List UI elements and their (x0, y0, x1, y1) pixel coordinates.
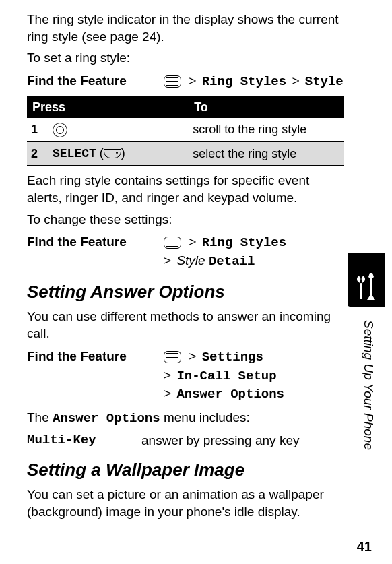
section-heading: Setting Answer Options (27, 280, 344, 304)
paragraph: To change these settings: (27, 211, 344, 228)
menu-path: > Settings > In-Call Setup > Answer Opti… (162, 348, 344, 404)
option-row: Multi-Key answer by pressing any key (27, 432, 344, 449)
paragraph: To set a ring style: (27, 49, 344, 67)
menu-path: > Ring Styles > Style (162, 72, 344, 91)
nav-wheel-icon (53, 123, 67, 137)
side-section-label: Setting Up Your Phone (360, 320, 377, 495)
col-press: Press (27, 96, 189, 118)
find-feature-label: Find the Feature (27, 233, 162, 251)
paragraph: You can set a picture or an animation as… (27, 486, 344, 520)
softkey-icon (104, 149, 121, 158)
menu-icon (164, 75, 181, 88)
option-key: Multi-Key (27, 432, 141, 449)
table-row: 1 scroll to the ring style (27, 118, 344, 142)
find-feature-label: Find the Feature (27, 348, 162, 365)
paragraph: You can use different methods to answer … (27, 308, 344, 342)
find-feature-label: Find the Feature (27, 72, 162, 90)
col-to: To (189, 96, 344, 118)
page-number: 41 (357, 538, 372, 556)
find-feature-row: Find the Feature > Ring Styles > Style D… (27, 233, 344, 270)
side-tab (348, 253, 385, 307)
steps-table: Press To 1 scroll to the ring style 2 SE… (27, 96, 344, 167)
paragraph: The ring style indicator in the display … (27, 11, 344, 45)
option-description: answer by pressing any key (141, 432, 299, 449)
wrench-screwdriver-icon (355, 270, 378, 303)
paragraph: The Answer Options menu includes: (27, 409, 344, 428)
menu-icon (164, 237, 181, 249)
find-feature-row: Find the Feature > Ring Styles > Style (27, 72, 344, 91)
menu-path: > Ring Styles > Style Detail (162, 233, 344, 270)
menu-icon (164, 351, 181, 363)
paragraph: Each ring style contains settings for sp… (27, 172, 344, 206)
find-feature-row: Find the Feature > Settings > In-Call Se… (27, 348, 344, 404)
table-row: 2 SELECT () select the ring style (27, 142, 344, 166)
section-heading: Setting a Wallpaper Image (27, 458, 344, 482)
